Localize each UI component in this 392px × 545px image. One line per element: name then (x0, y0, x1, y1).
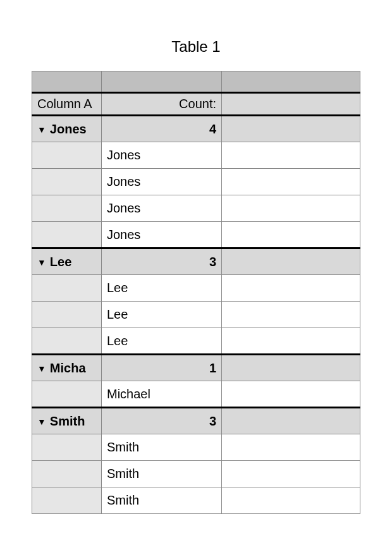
data-cell: Jones (102, 195, 222, 222)
table-row: Jones (32, 142, 360, 169)
page: Table 1 Column A Count: ▼Jones4JonesJone… (0, 0, 392, 539)
group-row[interactable]: ▼Jones4 (32, 116, 360, 142)
group-count-cell: 1 (102, 355, 222, 381)
group-row[interactable]: ▼Lee3 (32, 248, 360, 275)
data-cell: Jones (102, 222, 222, 248)
table-row: Lee (32, 328, 360, 355)
table-row: Smith (32, 434, 360, 461)
category-table: Column A Count: ▼Jones4JonesJonesJonesJo… (32, 71, 360, 514)
table-row: Jones (32, 169, 360, 195)
group-row[interactable]: ▼Micha1 (32, 355, 360, 381)
data-cell: Lee (102, 302, 222, 328)
data-cell: Michael (102, 381, 222, 408)
table-row: Michael (32, 381, 360, 408)
data-cell: Lee (102, 328, 222, 355)
header-label-row: Column A Count: (32, 93, 360, 116)
group-count-cell: 3 (102, 408, 222, 434)
data-cell: Jones (102, 142, 222, 169)
disclosure-triangle-icon[interactable]: ▼ (37, 257, 46, 267)
disclosure-triangle-icon[interactable]: ▼ (37, 364, 46, 374)
group-name-cell[interactable]: ▼Lee (32, 248, 102, 275)
table-title: Table 1 (32, 38, 360, 56)
table-row: Lee (32, 275, 360, 302)
group-name-label: Jones (50, 122, 87, 136)
data-cell: Smith (102, 434, 222, 461)
disclosure-triangle-icon[interactable]: ▼ (37, 125, 46, 135)
data-cell: Lee (102, 275, 222, 302)
group-name-label: Lee (50, 255, 71, 269)
data-cell: Jones (102, 169, 222, 195)
table-row: Jones (32, 195, 360, 222)
group-count-cell: 3 (102, 248, 222, 275)
table-row: Smith (32, 461, 360, 487)
group-name-label: Micha (50, 361, 86, 375)
table-row: Smith (32, 487, 360, 514)
group-name-label: Smith (50, 414, 85, 428)
count-header: Count: (102, 93, 222, 116)
group-name-cell[interactable]: ▼Jones (32, 116, 102, 142)
header-blank-row (32, 71, 360, 93)
group-row[interactable]: ▼Smith3 (32, 408, 360, 434)
group-name-cell[interactable]: ▼Smith (32, 408, 102, 434)
data-cell: Smith (102, 487, 222, 514)
table-row: Jones (32, 222, 360, 248)
group-count-cell: 4 (102, 116, 222, 142)
table-row: Lee (32, 302, 360, 328)
column-a-header: Column A (32, 93, 102, 116)
group-name-cell[interactable]: ▼Micha (32, 355, 102, 381)
data-cell: Smith (102, 461, 222, 487)
disclosure-triangle-icon[interactable]: ▼ (37, 417, 46, 427)
